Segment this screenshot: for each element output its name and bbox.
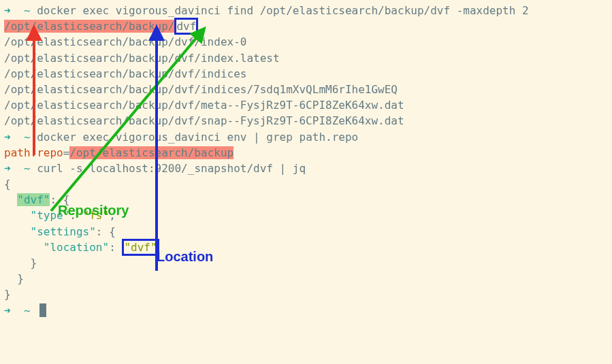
path-repo-highlight: /opt/elasticsearch/backup/ bbox=[4, 20, 174, 33]
json-settings-colon: : { bbox=[96, 225, 116, 238]
json-close1: } bbox=[4, 255, 608, 271]
command-line-4[interactable]: ➜ ~ bbox=[4, 303, 608, 318]
prompt-arrow: ➜ bbox=[4, 4, 11, 17]
json-close3: } bbox=[4, 286, 608, 302]
command-line-2: ➜ ~ docker exec vigorous_davinci env | g… bbox=[4, 129, 608, 145]
json-close2: } bbox=[4, 271, 608, 286]
cmd1-text: docker exec vigorous_davinci find /opt/e… bbox=[37, 4, 528, 17]
output-line-3: /opt/elasticsearch/backup/dvf/index.late… bbox=[4, 50, 608, 66]
prompt-tilde: ~ bbox=[24, 131, 31, 144]
json-settings-key: "settings" bbox=[4, 225, 96, 238]
output-pathrepo: path.repo=/opt/elasticsearch/backup bbox=[4, 145, 608, 161]
output-line-5: /opt/elasticsearch/backup/dvf/indices/7s… bbox=[4, 82, 608, 97]
json-location-key: "location" bbox=[4, 241, 109, 254]
command-line-3: ➜ ~ curl -s localhost:9200/_snapshot/dvf… bbox=[4, 161, 608, 176]
location-label: Location bbox=[157, 247, 213, 267]
json-dvf-key: "dvf" bbox=[17, 193, 50, 206]
prompt-arrow: ➜ bbox=[4, 162, 11, 175]
repository-label: Repository bbox=[58, 201, 129, 220]
json-settings-line: "settings": { bbox=[4, 224, 608, 239]
prompt-arrow: ➜ bbox=[4, 131, 11, 144]
prompt-arrow: ➜ bbox=[4, 304, 11, 317]
output-line-4: /opt/elasticsearch/backup/dvf/indices bbox=[4, 66, 608, 82]
output-line-6: /opt/elasticsearch/backup/dvf/meta--Fysj… bbox=[4, 97, 608, 113]
equals: = bbox=[63, 146, 70, 159]
cmd3-text: curl -s localhost:9200/_snapshot/dvf | j… bbox=[37, 162, 306, 175]
path-dvf-boxed: dvf bbox=[174, 18, 198, 35]
cmd2-text: docker exec vigorous_davinci env | grep … bbox=[37, 131, 358, 144]
prompt-tilde: ~ bbox=[24, 304, 31, 317]
output-line-7: /opt/elasticsearch/backup/dvf/snap--Fysj… bbox=[4, 113, 608, 129]
command-line-1: ➜ ~ docker exec vigorous_davinci find /o… bbox=[4, 3, 608, 18]
json-location-line: "location": "dvf" bbox=[4, 239, 608, 255]
pathrepo-val-highlight: /opt/elasticsearch/backup bbox=[69, 146, 233, 159]
json-location-colon: : bbox=[109, 241, 122, 254]
json-location-val: "dvf" bbox=[122, 239, 159, 256]
output-line-1: /opt/elasticsearch/backup/dvf bbox=[4, 18, 608, 34]
prompt-tilde: ~ bbox=[24, 4, 31, 17]
pathrepo-key: path.repo bbox=[4, 146, 63, 159]
json-open: { bbox=[4, 176, 608, 192]
prompt-tilde: ~ bbox=[24, 162, 31, 175]
output-line-2: /opt/elasticsearch/backup/dvf/index-0 bbox=[4, 34, 608, 50]
cursor[interactable] bbox=[39, 303, 46, 317]
